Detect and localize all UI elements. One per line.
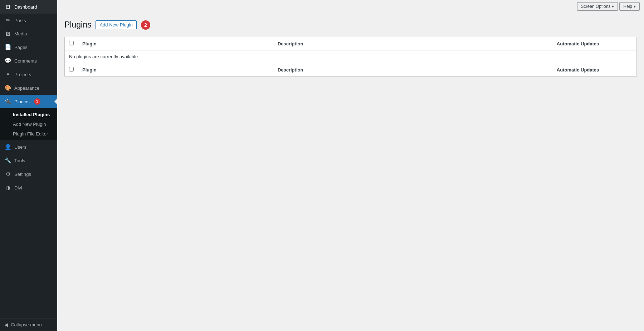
sidebar-item-label: Pages <box>14 45 28 50</box>
plugins-table: Plugin Description Automatic Updates No … <box>64 37 637 76</box>
table-header-auto-updates-top: Automatic Updates <box>552 37 637 50</box>
collapse-icon: ◀ <box>4 322 8 327</box>
sidebar-item-label: Media <box>14 31 27 36</box>
no-plugins-message: No plugins are currently available. <box>65 50 637 63</box>
sidebar-item-pages[interactable]: 📄 Pages <box>0 40 57 54</box>
table-header-description-top: Description <box>273 37 552 50</box>
page-title: Plugins <box>64 20 91 30</box>
table-footer-checkbox-col <box>65 63 78 76</box>
media-icon: 🖼 <box>4 31 11 37</box>
table-footer-plugin: Plugin <box>78 63 273 76</box>
help-label: Help <box>623 4 632 9</box>
sidebar-item-label: Posts <box>14 18 26 23</box>
screen-options-label: Screen Options <box>581 4 611 9</box>
submenu-installed-plugins[interactable]: Installed Plugins <box>0 110 57 119</box>
sidebar-item-dashboard[interactable]: ⊞ Dashboard <box>0 0 57 14</box>
sidebar-item-label: Projects <box>14 72 31 77</box>
screen-options-button[interactable]: Screen Options ▾ <box>577 2 618 11</box>
page-header: Plugins Add New Plugin 2 <box>64 20 637 30</box>
table-empty-row: No plugins are currently available. <box>65 50 637 63</box>
settings-icon: ⚙ <box>4 171 11 177</box>
posts-icon: ✏ <box>4 17 11 24</box>
help-button[interactable]: Help ▾ <box>619 2 640 11</box>
table-top-header-row: Plugin Description Automatic Updates <box>65 37 637 50</box>
appearance-icon: 🎨 <box>4 85 11 91</box>
sidebar-item-projects[interactable]: ✦ Projects <box>0 68 57 81</box>
sidebar-item-comments[interactable]: 💬 Comments <box>0 54 57 68</box>
screen-options-chevron-icon: ▾ <box>612 4 614 9</box>
sidebar-item-label: Settings <box>14 172 31 177</box>
sidebar: ⊞ Dashboard ✏ Posts 🖼 Media 📄 Pages 💬 Co… <box>0 0 57 331</box>
add-new-plugin-button[interactable]: Add New Plugin <box>96 20 137 29</box>
plugins-icon: 🔌 <box>4 98 11 105</box>
sidebar-item-plugins[interactable]: 🔌 Plugins 1 <box>0 95 57 108</box>
main-content: Screen Options ▾ Help ▾ Plugins Add New … <box>57 0 644 331</box>
select-all-checkbox-top[interactable] <box>69 41 74 45</box>
table-bottom-header-row: Plugin Description Automatic Updates <box>65 63 637 76</box>
sidebar-item-divi[interactable]: ◑ Divi <box>0 181 57 194</box>
sidebar-item-label: Tools <box>14 158 25 163</box>
dashboard-icon: ⊞ <box>4 4 11 10</box>
pages-icon: 📄 <box>4 44 11 50</box>
sidebar-item-label: Plugins <box>14 99 30 104</box>
users-icon: 👤 <box>4 144 11 150</box>
collapse-menu-button[interactable]: ◀ Collapse menu <box>0 318 57 331</box>
projects-icon: ✦ <box>4 71 11 78</box>
sidebar-item-settings[interactable]: ⚙ Settings <box>0 167 57 181</box>
content-area: Plugins Add New Plugin 2 Plugin Descript… <box>57 13 644 331</box>
select-all-checkbox-bottom[interactable] <box>69 67 74 71</box>
sidebar-item-appearance[interactable]: 🎨 Appearance <box>0 81 57 95</box>
divi-icon: ◑ <box>4 184 11 191</box>
tools-icon: 🔧 <box>4 157 11 164</box>
sidebar-item-users[interactable]: 👤 Users <box>0 140 57 154</box>
sidebar-item-tools[interactable]: 🔧 Tools <box>0 154 57 167</box>
sidebar-item-label: Comments <box>14 58 37 64</box>
topbar: Screen Options ▾ Help ▾ <box>57 0 644 13</box>
sidebar-item-label: Divi <box>14 185 22 191</box>
header-badge: 2 <box>141 20 150 30</box>
sidebar-item-label: Appearance <box>14 85 39 91</box>
plugins-badge: 1 <box>34 98 40 105</box>
table-header-checkbox-col <box>65 37 78 50</box>
submenu-plugin-file-editor[interactable]: Plugin File Editor <box>0 129 57 139</box>
comments-icon: 💬 <box>4 58 11 64</box>
sidebar-item-posts[interactable]: ✏ Posts <box>0 14 57 27</box>
submenu-add-new-plugin[interactable]: Add New Plugin <box>0 119 57 129</box>
sidebar-item-label: Dashboard <box>14 4 37 10</box>
collapse-menu-label: Collapse menu <box>11 322 42 327</box>
table-header-plugin-top: Plugin <box>78 37 273 50</box>
help-chevron-icon: ▾ <box>634 4 636 9</box>
sidebar-item-label: Users <box>14 144 26 150</box>
table-footer-auto-updates: Automatic Updates <box>552 63 637 76</box>
plugins-submenu: Installed Plugins Add New Plugin Plugin … <box>0 108 57 140</box>
sidebar-item-media[interactable]: 🖼 Media <box>0 27 57 40</box>
table-footer-description: Description <box>273 63 552 76</box>
